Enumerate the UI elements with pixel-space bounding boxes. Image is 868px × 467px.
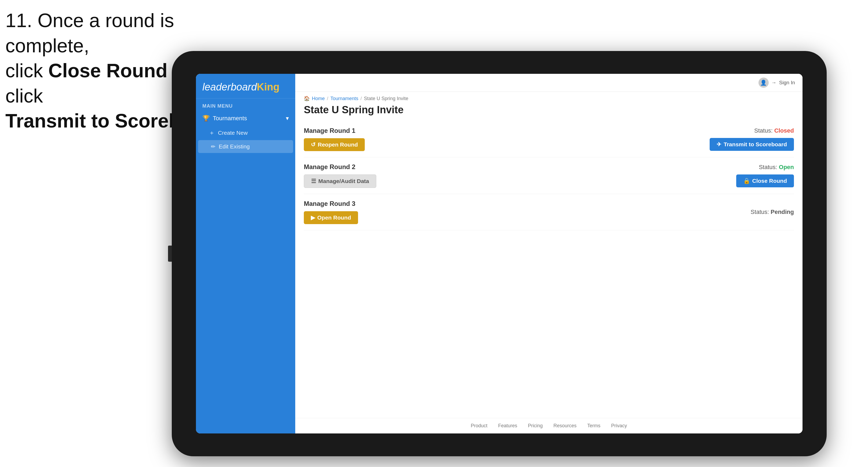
transmit-to-scoreboard-button[interactable]: ✈ Transmit to Scoreboard	[710, 138, 794, 151]
reopen-icon: ↺	[311, 142, 316, 148]
footer-features[interactable]: Features	[498, 423, 517, 429]
sidebar-nav: 🏆 Tournaments ▾ ＋ Create New ✏ Edit Exis…	[196, 111, 295, 433]
edit-icon: ✏	[211, 143, 216, 150]
tablet-side-button	[168, 246, 172, 262]
round-2-title: Manage Round 2	[304, 163, 376, 171]
round-1-status: Status: Closed	[754, 127, 794, 134]
manage-icon: ☰	[311, 178, 316, 184]
sign-in-arrow-icon: →	[771, 80, 776, 86]
sidebar-logo: leaderboardKing	[196, 74, 295, 98]
sidebar-item-edit-existing[interactable]: ✏ Edit Existing	[198, 140, 293, 153]
edit-existing-label: Edit Existing	[219, 143, 250, 150]
close-round-label: Close Round	[752, 178, 787, 184]
page-title: State U Spring Invite	[295, 101, 803, 121]
footer-terms[interactable]: Terms	[587, 423, 600, 429]
footer-privacy[interactable]: Privacy	[611, 423, 627, 429]
tablet-frame: leaderboardKing MAIN MENU 🏆 Tournaments …	[172, 51, 827, 456]
open-round-button[interactable]: ▶ Open Round	[304, 211, 358, 224]
sidebar-item-create-new[interactable]: ＋ Create New	[196, 126, 295, 140]
breadcrumb-sep1: /	[327, 96, 328, 101]
open-round-icon: ▶	[311, 214, 315, 221]
round-1-title: Manage Round 1	[304, 127, 365, 134]
round-2-left: Manage Round 2 ☰ Manage/Audit Data	[304, 163, 376, 188]
round-3-left: Manage Round 3 ▶ Open Round	[304, 200, 358, 224]
menu-label: MAIN MENU	[196, 98, 295, 111]
sidebar-tournaments-label: Tournaments	[213, 115, 247, 122]
breadcrumb-sep2: /	[361, 96, 362, 101]
footer-bar: Product Features Pricing Resources Terms…	[295, 418, 803, 433]
footer-product[interactable]: Product	[471, 423, 488, 429]
reopen-round-button[interactable]: ↺ Reopen Round	[304, 138, 365, 151]
round-3-section: Manage Round 3 ▶ Open Round Status: Pend…	[304, 194, 794, 230]
sign-in-button[interactable]: 👤 → Sign In	[758, 77, 795, 88]
instruction-line1: 11. Once a round is complete,	[5, 10, 174, 56]
footer-pricing[interactable]: Pricing	[528, 423, 543, 429]
round-1-right: Status: Closed ✈ Transmit to Scoreboard	[710, 127, 794, 151]
app-container: leaderboardKing MAIN MENU 🏆 Tournaments …	[196, 74, 803, 433]
sign-in-label: Sign In	[779, 80, 795, 86]
sidebar: leaderboardKing MAIN MENU 🏆 Tournaments …	[196, 74, 295, 433]
plus-icon: ＋	[209, 129, 215, 137]
lock-icon: 🔒	[743, 178, 750, 184]
avatar: 👤	[758, 77, 769, 88]
sidebar-item-tournaments[interactable]: 🏆 Tournaments ▾	[196, 111, 295, 126]
transmit-icon: ✈	[717, 141, 721, 148]
main-content: 👤 → Sign In 🏠 Home / Tournaments / State…	[295, 74, 803, 433]
round-3-right: Status: Pending	[751, 209, 794, 216]
round-3-title: Manage Round 3	[304, 200, 358, 208]
round-3-status: Status: Pending	[751, 209, 794, 216]
round-1-section: Manage Round 1 ↺ Reopen Round Status: Cl…	[304, 121, 794, 157]
chevron-down-icon: ▾	[286, 115, 289, 122]
open-round-label: Open Round	[317, 214, 351, 221]
footer-resources[interactable]: Resources	[553, 423, 577, 429]
manage-audit-label: Manage/Audit Data	[318, 178, 369, 184]
breadcrumb-current: State U Spring Invite	[364, 96, 408, 101]
manage-audit-data-button[interactable]: ☰ Manage/Audit Data	[304, 175, 376, 188]
header-bar: 👤 → Sign In	[295, 74, 803, 92]
reopen-round-label: Reopen Round	[318, 142, 358, 148]
breadcrumb-tournaments[interactable]: Tournaments	[331, 96, 358, 101]
round-2-section: Manage Round 2 ☰ Manage/Audit Data Statu…	[304, 157, 794, 194]
breadcrumb-home[interactable]: Home	[312, 96, 325, 101]
round-2-right: Status: Open 🔒 Close Round	[736, 164, 794, 187]
round-2-status: Status: Open	[759, 164, 794, 171]
tablet-screen: leaderboardKing MAIN MENU 🏆 Tournaments …	[196, 74, 803, 433]
logo: leaderboardKing	[203, 81, 289, 93]
trophy-icon: 🏆	[203, 115, 210, 122]
create-new-label: Create New	[218, 130, 248, 136]
close-round-button[interactable]: 🔒 Close Round	[736, 175, 794, 187]
transmit-label: Transmit to Scoreboard	[723, 141, 787, 148]
rounds-container: Manage Round 1 ↺ Reopen Round Status: Cl…	[295, 121, 803, 418]
round-1-left: Manage Round 1 ↺ Reopen Round	[304, 127, 365, 151]
breadcrumb-home-icon: 🏠	[304, 96, 310, 101]
breadcrumb: 🏠 Home / Tournaments / State U Spring In…	[295, 92, 803, 101]
